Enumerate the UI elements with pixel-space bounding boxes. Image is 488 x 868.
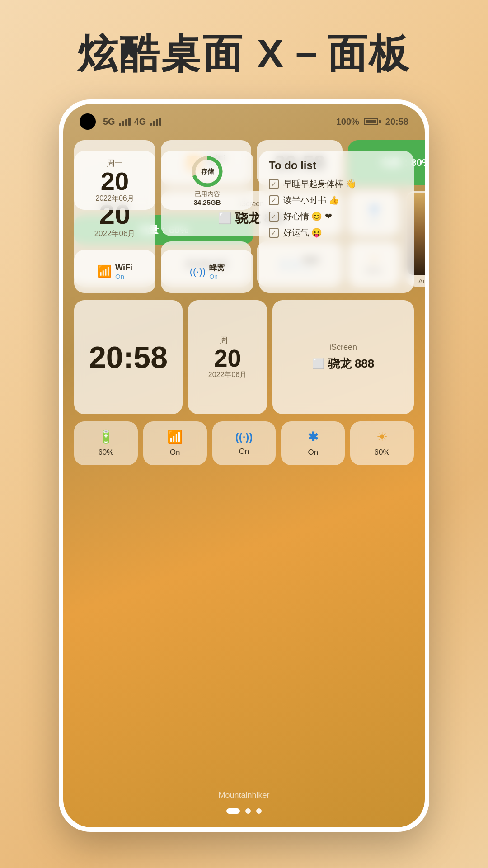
big-time-widget: 20:58 — [74, 300, 183, 414]
todo-item-1: 早睡早起身体棒 👋 — [269, 178, 404, 190]
todo-text-2: 读半小时书 👍 — [283, 194, 339, 206]
date2-year-month: 2022年06月 — [95, 194, 134, 203]
brightness-icon-label: 60% — [375, 448, 390, 457]
icon-bluetooth[interactable]: ✱ On — [281, 421, 345, 465]
page-dot-1[interactable] — [226, 808, 240, 814]
storage-widget: 存储 已用内容 34.25GB — [161, 151, 253, 210]
status-right: 100% 20:58 — [336, 117, 408, 127]
todo-check-1 — [269, 179, 279, 189]
cellular-widget-2[interactable]: ((·)) 蜂窝 On — [161, 250, 253, 293]
status-left: 5G 4G — [80, 113, 161, 130]
wifi-icon-label: On — [170, 448, 180, 457]
bluetooth-symbol: ✱ — [308, 429, 318, 444]
date2-day: 20 — [101, 169, 129, 194]
battery-icon-symbol: 🔋 — [98, 429, 114, 444]
isceen-snap-widget: iScreen ⬜ 骁龙 888 — [272, 300, 414, 414]
battery-icon-label: 60% — [98, 448, 113, 457]
todo-item-4: 好运气 😝 — [269, 227, 404, 239]
page-dots — [226, 808, 262, 814]
icon-cellular[interactable]: ((·)) On — [212, 421, 276, 465]
date3-weekday: 周一 — [220, 335, 236, 346]
cellular-symbol: ((·)) — [235, 431, 253, 443]
battery-percent-text: 100% — [336, 117, 359, 127]
isceen2-label: iScreen — [329, 343, 357, 352]
todo-item-2: 读半小时书 👍 — [269, 194, 404, 206]
wifi-widget-2[interactable]: 📶 WiFi On — [74, 250, 155, 293]
cellular-icon-2: ((·)) — [190, 266, 206, 278]
page-dot-2[interactable] — [245, 808, 251, 814]
storage-ring-label: 存储 — [201, 168, 214, 176]
brightness-symbol: ☀ — [376, 429, 388, 444]
cellular2-label-group: 蜂窝 On — [209, 263, 225, 280]
icon-battery[interactable]: 🔋 60% — [74, 421, 138, 465]
storage-size: 34.25GB — [193, 198, 221, 206]
widgets-area: 周一 20 2022年06月 📶 WiFi On 20:58 — [63, 131, 425, 483]
wifi2-status: On — [115, 273, 132, 280]
battery-icon — [364, 118, 381, 125]
signal-4g: 4G — [134, 117, 146, 127]
phone-screen: 5G 4G 100% — [63, 104, 425, 827]
watermark: Mountainhiker — [218, 791, 269, 800]
wifi2-label: WiFi — [115, 263, 132, 273]
todo-text-3: 好心情 😊 ❤ — [283, 211, 332, 222]
todo-widget: To do list 早睡早起身体棒 👋 读半小时书 👍 好心情 😊 ❤ — [259, 151, 414, 293]
date-widget-2: 周一 20 2022年06月 — [74, 151, 155, 210]
todo-title: To do list — [269, 159, 404, 172]
signal-5g: 5G — [103, 117, 115, 127]
cellular2-status: On — [209, 273, 225, 280]
wifi-symbol: 📶 — [167, 429, 183, 444]
wifi-icon-2: 📶 — [97, 264, 112, 278]
date3-day: 20 — [214, 346, 241, 370]
page-title: 炫酷桌面 X－面板 — [0, 0, 488, 81]
todo-check-3 — [269, 212, 279, 222]
cellular2-label: 蜂窝 — [209, 263, 225, 273]
android10-label: Android 10 — [418, 277, 425, 285]
snapdragon2-label: 骁龙 888 — [328, 356, 375, 372]
chip-icon: ⬜ — [218, 212, 232, 225]
todo-check-4 — [269, 228, 279, 238]
icon-wifi[interactable]: 📶 On — [143, 421, 207, 465]
big-time-display: 20:58 — [89, 340, 168, 375]
todo-check-2 — [269, 195, 279, 205]
date3-year-month: 2022年06月 — [208, 370, 247, 380]
status-bar: 5G 4G 100% — [63, 104, 425, 131]
wifi2-label-group: WiFi On — [115, 263, 132, 280]
icon-brightness[interactable]: ☀ 60% — [350, 421, 414, 465]
phone-frame: 5G 4G 100% — [59, 99, 429, 832]
todo-item-3: 好心情 😊 ❤ — [269, 211, 404, 222]
signal-bars-1 — [119, 118, 131, 126]
date-year-month: 2022年06月 — [94, 228, 136, 239]
storage-used-label: 已用内容 — [195, 190, 220, 198]
page-dot-3[interactable] — [256, 808, 262, 814]
todo-text-1: 早睡早起身体棒 👋 — [283, 178, 357, 190]
cellular-icon-label: On — [239, 447, 249, 456]
chip-icon-2: ⬜ — [312, 358, 324, 370]
status-time: 20:58 — [385, 117, 408, 127]
date-widget-3: 周一 20 2022年06月 — [188, 300, 267, 414]
camera-hole — [80, 113, 96, 130]
bluetooth-icon-label: On — [308, 448, 318, 457]
signal-bars-2 — [150, 118, 161, 126]
todo-text-4: 好运气 😝 — [283, 227, 322, 239]
